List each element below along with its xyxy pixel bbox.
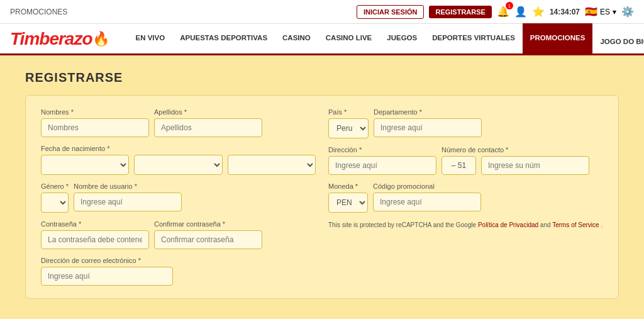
chevron-down-icon: ▾ bbox=[613, 8, 616, 16]
page-title: REGISTRARSE bbox=[25, 70, 619, 85]
nav-menu: EN VIVO APUESTAS DEPORTIVAS CASINO CASIN… bbox=[128, 23, 644, 55]
apellidos-label: Apellidos * bbox=[154, 108, 262, 116]
settings-icon[interactable]: ⚙️ bbox=[621, 6, 634, 18]
phone-row bbox=[441, 156, 589, 175]
confirmar-contrasena-input[interactable] bbox=[154, 230, 262, 249]
fecha-nacimiento-label: Fecha de nacimiento * bbox=[41, 145, 316, 152]
pais-select[interactable]: Peru bbox=[328, 118, 369, 138]
nav-item-juegos[interactable]: JUEGOS bbox=[379, 23, 425, 55]
genero-select[interactable] bbox=[41, 193, 69, 213]
phone-number-input[interactable] bbox=[481, 156, 589, 175]
nombres-label: Nombres * bbox=[41, 108, 149, 116]
fire-icon: 🔥 bbox=[92, 31, 109, 47]
direccion-input[interactable] bbox=[328, 156, 436, 175]
contrasena-input[interactable] bbox=[41, 230, 149, 249]
moneda-label: Moneda * bbox=[328, 182, 368, 190]
codigo-promo-input[interactable] bbox=[373, 193, 481, 211]
nav-item-deportes-virtuales[interactable]: DEPORTES VIRTUALES bbox=[425, 23, 523, 55]
notification-icon[interactable]: 🔔 1 bbox=[497, 6, 509, 18]
fecha-selects-row bbox=[41, 155, 316, 175]
nav-item-casino[interactable]: CASINO bbox=[275, 23, 318, 55]
register-button-top[interactable]: REGISTRARSE bbox=[429, 6, 491, 18]
nav-item-jogo-do-bicho[interactable]: JOGO DO BICHO NUEVO bbox=[592, 23, 644, 55]
recaptcha-and: and bbox=[540, 221, 552, 228]
privacidad-link[interactable]: Política de Privacidad bbox=[478, 221, 538, 228]
confirmar-contrasena-field-group: Confirmar contraseña * bbox=[154, 220, 262, 249]
email-input[interactable] bbox=[41, 267, 173, 286]
direccion-field-group: Dirección * bbox=[328, 146, 436, 175]
flag-icon: 🇪🇸 bbox=[585, 6, 597, 18]
main-content: REGISTRARSE Nombres * Apellidos * Fecha … bbox=[0, 55, 644, 319]
form-left-column: Nombres * Apellidos * Fecha de nacimient… bbox=[41, 108, 316, 286]
direccion-label: Dirección * bbox=[328, 146, 436, 154]
genero-usuario-row: Género * Nombre de usuario * bbox=[41, 182, 316, 213]
recaptcha-end: . bbox=[601, 221, 602, 228]
pais-label: País * bbox=[328, 108, 369, 116]
phone-prefix-input[interactable] bbox=[441, 156, 476, 175]
numero-contacto-field-group: Número de contacto * bbox=[441, 146, 589, 175]
login-button[interactable]: INICIAR SESIÓN bbox=[357, 5, 425, 19]
top-bar-right: INICIAR SESIÓN REGISTRARSE 🔔 1 👤 ⭐ 14:34… bbox=[357, 5, 634, 19]
fecha-anio-select[interactable] bbox=[228, 155, 316, 175]
pais-departamento-row: País * Peru Departamento * bbox=[328, 108, 603, 138]
nav-item-en-vivo[interactable]: EN VIVO bbox=[128, 23, 173, 55]
apellidos-field-group: Apellidos * bbox=[154, 108, 262, 137]
nav-item-casino-live[interactable]: CASINO LIVE bbox=[318, 23, 379, 55]
logo-text: Timberazo bbox=[10, 29, 92, 49]
nombre-usuario-label: Nombre de usuario * bbox=[74, 182, 182, 190]
nav-item-apuestas-deportivas[interactable]: APUESTAS DEPORTIVAS bbox=[172, 23, 275, 55]
pais-field-group: País * Peru bbox=[328, 108, 369, 138]
contrasena-field-group: Contraseña * bbox=[41, 220, 149, 249]
departamento-input[interactable] bbox=[374, 118, 482, 137]
contrasena-row: Contraseña * Confirmar contraseña * bbox=[41, 220, 316, 249]
fecha-nacimiento-field-group: Fecha de nacimiento * bbox=[41, 145, 316, 175]
email-label: Dirección de correo electrónico * bbox=[41, 257, 316, 264]
departamento-field-group: Departamento * bbox=[374, 108, 482, 138]
breadcrumb: PROMOCIONES bbox=[10, 8, 67, 16]
nav-item-promociones[interactable]: PROMOCIONES bbox=[523, 23, 593, 55]
contrasena-label: Contraseña * bbox=[41, 220, 149, 228]
apellidos-input[interactable] bbox=[154, 118, 262, 137]
form-right-column: País * Peru Departamento * Dirección * bbox=[328, 108, 603, 286]
notification-badge: 1 bbox=[506, 2, 513, 9]
logo[interactable]: Timberazo 🔥 bbox=[10, 29, 109, 49]
numero-contacto-label: Número de contacto * bbox=[441, 146, 589, 154]
moneda-field-group: Moneda * PEN bbox=[328, 182, 368, 213]
nombres-input[interactable] bbox=[41, 118, 149, 137]
star-icon[interactable]: ⭐ bbox=[532, 6, 545, 18]
fecha-mes-select[interactable] bbox=[134, 155, 222, 175]
language-selector[interactable]: 🇪🇸 ES ▾ bbox=[585, 6, 616, 18]
nombre-usuario-field-group: Nombre de usuario * bbox=[74, 182, 182, 213]
lang-label: ES bbox=[600, 8, 610, 16]
top-bar: PROMOCIONES INICIAR SESIÓN REGISTRARSE 🔔… bbox=[0, 0, 644, 24]
user-icon[interactable]: 👤 bbox=[514, 6, 527, 18]
genero-label: Género * bbox=[41, 182, 69, 190]
nombre-usuario-input[interactable] bbox=[74, 193, 182, 211]
recaptcha-notice: This site is protected by reCAPTCHA and … bbox=[328, 220, 603, 230]
confirmar-contrasena-label: Confirmar contraseña * bbox=[154, 220, 262, 228]
terms-link[interactable]: Terms of Service bbox=[552, 221, 599, 228]
codigo-promo-field-group: Código promocional bbox=[373, 182, 481, 213]
nombres-apellidos-row: Nombres * Apellidos * bbox=[41, 108, 316, 137]
nombres-field-group: Nombres * bbox=[41, 108, 149, 137]
logo-bar: Timberazo 🔥 EN VIVO APUESTAS DEPORTIVAS … bbox=[0, 24, 644, 55]
moneda-promo-row: Moneda * PEN Código promocional bbox=[328, 182, 603, 213]
genero-field-group: Género * bbox=[41, 182, 69, 213]
moneda-select[interactable]: PEN bbox=[328, 193, 368, 213]
time-display: 14:34:07 bbox=[550, 8, 580, 16]
codigo-promo-label: Código promocional bbox=[373, 182, 481, 190]
direccion-contacto-row: Dirección * Número de contacto * bbox=[328, 146, 603, 175]
fecha-dia-select[interactable] bbox=[41, 155, 129, 175]
registration-form: Nombres * Apellidos * Fecha de nacimient… bbox=[25, 95, 619, 299]
recaptcha-text: This site is protected by reCAPTCHA and … bbox=[328, 221, 476, 228]
top-bar-left: PROMOCIONES bbox=[10, 8, 67, 16]
departamento-label: Departamento * bbox=[374, 108, 482, 116]
email-field-group: Dirección de correo electrónico * bbox=[41, 257, 316, 286]
